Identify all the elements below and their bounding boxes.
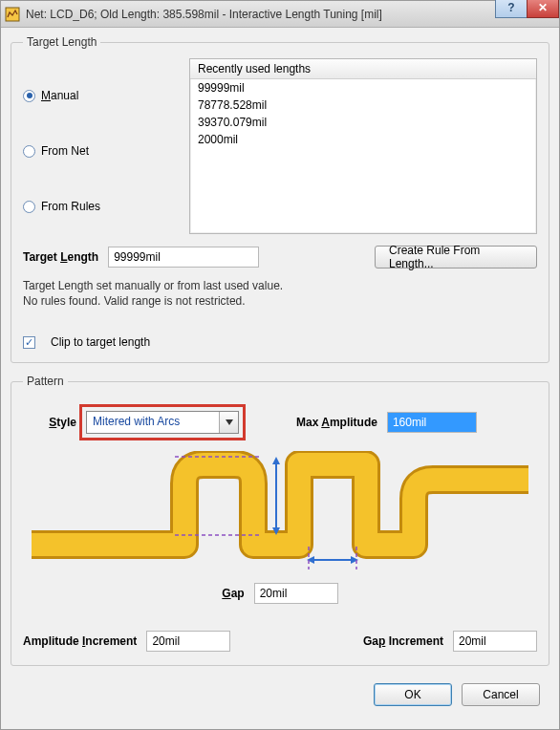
max-amplitude-input[interactable] <box>387 412 477 433</box>
max-amplitude-label: Max Amplitude <box>296 416 377 429</box>
target-length-note: Target Length set manually or from last … <box>23 278 537 309</box>
app-icon <box>5 7 20 22</box>
create-rule-button[interactable]: Create Rule From Length... <box>375 246 537 268</box>
radio-manual[interactable]: Manual <box>23 75 176 117</box>
radio-from-rules-label: From Rules <box>41 200 100 213</box>
list-item[interactable]: 99999mil <box>190 79 536 97</box>
list-item[interactable]: 2000mil <box>190 131 536 148</box>
pattern-preview <box>32 451 528 575</box>
close-button[interactable]: ✕ <box>527 0 559 18</box>
window-title: Net: LCD_D6; Old Length: 385.598mil - In… <box>26 8 382 21</box>
radio-icon <box>23 90 35 102</box>
gap-label: Gap <box>222 587 244 600</box>
gap-input[interactable] <box>254 583 338 604</box>
svg-marker-8 <box>307 556 314 564</box>
svg-marker-1 <box>226 419 233 425</box>
chevron-down-icon[interactable] <box>219 412 238 433</box>
pattern-group: Pattern Style Mitered with Arcs Max Ampl… <box>11 375 549 666</box>
svg-marker-9 <box>351 556 358 564</box>
radio-from-net-label: From Net <box>41 144 89 158</box>
target-length-label: Target Length <box>23 250 98 264</box>
titlebar: Net: LCD_D6; Old Length: 385.598mil - In… <box>1 1 559 28</box>
radio-manual-label: Manual <box>41 89 78 102</box>
radio-icon <box>23 201 35 213</box>
radio-from-net[interactable]: From Net <box>23 130 176 172</box>
clip-label: Clip to target length <box>51 335 150 349</box>
style-label: Style <box>23 416 76 429</box>
gap-increment-input[interactable] <box>453 631 537 652</box>
gap-increment-label: Gap Increment <box>363 634 443 648</box>
amp-increment-label: Amplitude Increment <box>23 634 137 648</box>
svg-marker-5 <box>272 457 280 464</box>
target-length-group: Target Length Manual From Net From Rules <box>11 35 549 363</box>
style-combobox[interactable]: Mitered with Arcs <box>86 411 239 434</box>
amp-increment-input[interactable] <box>146 631 230 652</box>
style-value: Mitered with Arcs <box>87 412 219 433</box>
recent-lengths-listbox[interactable]: Recently used lengths 99999mil 78778.528… <box>189 58 537 234</box>
pattern-legend: Pattern <box>23 375 68 388</box>
cancel-button[interactable]: Cancel <box>462 683 540 706</box>
list-item[interactable]: 39370.079mil <box>190 114 536 131</box>
target-length-legend: Target Length <box>23 35 100 49</box>
window-buttons: ? ✕ <box>496 0 559 18</box>
target-source-radios: Manual From Net From Rules <box>23 58 176 234</box>
help-button[interactable]: ? <box>495 0 528 18</box>
dialog-body: Target Length Manual From Net From Rules <box>1 28 559 729</box>
radio-icon <box>23 145 35 158</box>
listbox-header: Recently used lengths <box>190 59 536 79</box>
radio-from-rules[interactable]: From Rules <box>23 185 176 227</box>
ok-button[interactable]: OK <box>374 683 452 706</box>
target-length-input[interactable] <box>108 247 259 268</box>
clip-checkbox[interactable] <box>23 336 35 349</box>
dialog-footer: OK Cancel <box>11 677 549 706</box>
dialog-window: Net: LCD_D6; Old Length: 385.598mil - In… <box>0 0 560 730</box>
list-item[interactable]: 78778.528mil <box>190 97 536 114</box>
